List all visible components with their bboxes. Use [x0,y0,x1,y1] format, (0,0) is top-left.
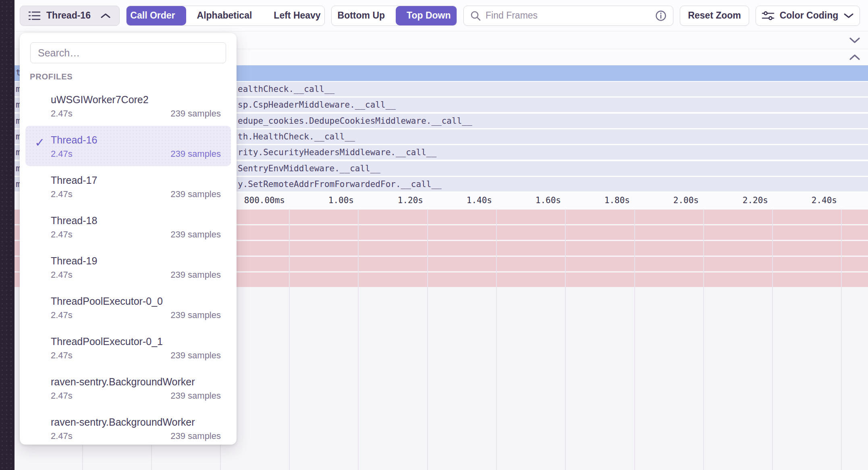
profile-samples: 239 samples [170,189,221,200]
reset-zoom-button[interactable]: Reset Zoom [680,6,749,26]
chevron-down-icon [843,12,854,19]
sliders-icon [762,10,775,21]
profile-name: ThreadPoolExecutor-0_0 [51,295,221,308]
profile-duration: 2.47s [51,108,73,119]
frame-label: th.HealthCheck.__call__ [238,129,355,144]
profiles-dropdown: PROFILES ✓ uWSGIWorker7Core2 2.47s 239 s… [20,33,237,445]
profile-item[interactable]: ✓ ThreadPoolExecutor-0_0 2.47s 239 sampl… [25,287,231,327]
chevron-down-icon[interactable] [849,37,861,44]
thread-selector-button[interactable]: Thread-16 [20,6,120,26]
info-icon[interactable] [655,10,667,21]
profile-item[interactable]: ✓ Thread-18 2.47s 239 samples [25,206,231,247]
profile-name: raven-sentry.BackgroundWorker [51,375,221,388]
tab-call-order[interactable]: Call Order [126,6,186,25]
profile-item[interactable]: ✓ uWSGIWorker7Core2 2.47s 239 samples [25,85,231,126]
axis-tick: 1.60s [536,195,561,205]
axis-tick: 800.00ms [244,195,285,205]
color-coding-button[interactable]: Color Coding [756,6,860,26]
search-icon [470,10,481,21]
profile-duration: 2.47s [51,310,73,320]
profile-name: raven-sentry.BackgroundWorker [51,416,221,428]
checkmark-icon: ✓ [35,135,45,150]
axis-tick: 1.00s [328,195,354,205]
profile-item[interactable]: ✓ raven-sentry.BackgroundWorker 2.47s 23… [25,368,231,408]
frame-label: y.SetRemoteAddrFromForwardedFor.__call__ [238,177,442,191]
find-frames-field [463,6,673,26]
tab-alphabetical[interactable]: Alphabetical [186,6,263,25]
list-icon [29,10,41,21]
profile-name: ThreadPoolExecutor-0_1 [51,335,221,348]
profile-item[interactable]: ✓ raven-sentry.BackgroundWorker 2.47s 23… [25,408,231,448]
profile-duration: 2.47s [51,149,73,159]
profile-name: Thread-18 [51,214,221,227]
find-frames-input[interactable] [486,10,650,21]
profile-samples: 239 samples [170,108,221,119]
direction-tabs: Bottom Up Top Down [331,6,457,26]
profile-samples: 239 samples [170,270,221,280]
profile-name: Thread-19 [51,254,221,267]
profile-item[interactable]: ✓ ThreadPoolExecutor-0_1 2.47s 239 sampl… [25,327,231,368]
profile-name: Thread-17 [51,174,221,187]
frame-label: SentryEnvMiddleware.__call__ [238,161,380,176]
profile-duration: 2.47s [51,391,73,401]
frame-label: ealthCheck.__call__ [238,82,334,96]
profile-item[interactable]: ✓ Thread-19 2.47s 239 samples [25,247,231,287]
thread-selector-label: Thread-16 [46,10,91,21]
frame-label: sp.CspHeaderMiddleware.__call__ [238,98,396,112]
profile-item[interactable]: ✓ Thread-17 2.47s 239 samples [25,166,231,206]
profile-samples: 239 samples [170,350,221,361]
profile-samples: 239 samples [170,310,221,320]
profile-name: Thread-16 [51,133,221,146]
tab-top-down[interactable]: Top Down [396,6,457,25]
frame-label: rity.SecurityHeadersMiddleware.__call__ [238,145,436,160]
profile-samples: 239 samples [170,229,221,240]
axis-tick: 1.80s [604,195,630,205]
axis-tick: 1.20s [398,195,423,205]
profile-item-selected[interactable]: ✓ Thread-16 2.47s 239 samples [25,126,231,166]
toolbar: Thread-16 Call Order Alphabetical Left H… [15,0,868,31]
profile-samples: 239 samples [170,391,221,401]
chevron-up-icon [100,12,111,19]
profiles-search-input[interactable] [30,42,226,63]
tab-left-heavy[interactable]: Left Heavy [263,6,325,25]
chevron-up-icon[interactable] [849,54,861,61]
profile-samples: 239 samples [170,431,221,441]
profile-duration: 2.47s [51,229,73,240]
axis-tick: 2.00s [673,195,699,205]
tab-bottom-up[interactable]: Bottom Up [331,6,396,25]
app-sidebar [0,0,15,470]
profiles-section-label: PROFILES [30,72,237,81]
order-tabs: Call Order Alphabetical Left Heavy [126,6,325,26]
profile-name: uWSGIWorker7Core2 [51,93,221,106]
profile-duration: 2.47s [51,350,73,361]
profile-duration: 2.47s [51,189,73,200]
profile-duration: 2.47s [51,270,73,280]
axis-tick: 2.20s [743,195,768,205]
profile-duration: 2.47s [51,431,73,441]
axis-tick: 2.40s [812,195,837,205]
frame-label: edupe_cookies.DedupeCookiesMiddleware.__… [238,114,472,128]
color-coding-label: Color Coding [780,10,839,21]
profile-samples: 239 samples [170,149,221,159]
axis-tick: 1.40s [467,195,492,205]
